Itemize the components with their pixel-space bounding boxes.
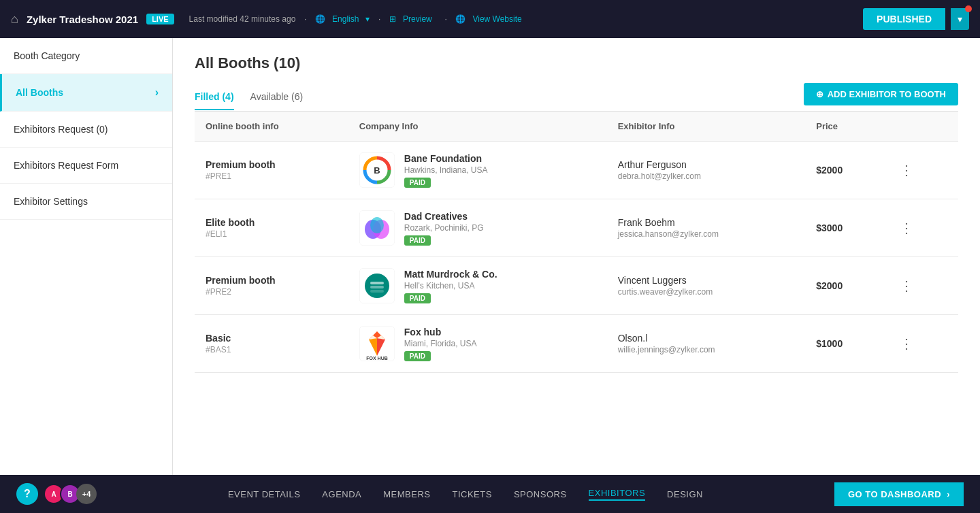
booth-info-cell: Premium booth #PRE1 [195, 142, 348, 199]
sidebar-item-exhibitor-settings[interactable]: Exhibitor Settings [0, 184, 172, 220]
nav-link-event-details[interactable]: EVENT DETAILS [228, 489, 300, 499]
paid-badge: PAID [404, 351, 431, 361]
company-location: Rozark, Pochiniki, PG [404, 223, 484, 233]
company-name: Fox hub [404, 327, 477, 337]
paid-badge: PAID [404, 293, 431, 303]
company-info: Fox hub Miami, Florida, USA PAID [404, 327, 477, 361]
price-cell: $2000 [805, 257, 883, 315]
avatars-group: A B +4 [44, 484, 97, 504]
table-row: Premium booth #PRE1 B Bane Foundation Ha… [195, 142, 958, 199]
nav-link-sponsors[interactable]: SPONSORS [514, 489, 567, 499]
booth-id: #BAS1 [206, 345, 338, 354]
help-button[interactable]: ? [16, 483, 38, 505]
header-right: PUBLISHED ▾ [863, 8, 969, 30]
exhibitor-name: Frank Boehm [618, 217, 795, 228]
nav-link-tickets[interactable]: TICKETS [453, 489, 492, 499]
booth-price: $2000 [816, 280, 843, 291]
sidebar-item-exhibitors-request-form[interactable]: Exhibitors Request Form [0, 148, 172, 184]
plus-icon: ⊕ [816, 89, 823, 99]
dashboard-button[interactable]: GO TO DASHBOARD › [834, 482, 964, 506]
sidebar-item-booth-category[interactable]: Booth Category [0, 38, 172, 74]
company-logo: B [359, 152, 395, 188]
page-title: All Booths (10) [195, 54, 958, 72]
actions-cell: ⋮ [883, 142, 958, 199]
nav-link-agenda[interactable]: AGENDA [322, 489, 361, 499]
company-logo [359, 210, 395, 246]
bottom-left: ? A B +4 [16, 483, 97, 505]
table-row: Premium booth #PRE2 Matt Murdrock & Co. … [195, 257, 958, 315]
exhibitor-email: curtis.weaver@zylker.com [618, 287, 795, 297]
price-cell: $3000 [805, 199, 883, 257]
notification-dot [965, 5, 972, 12]
booth-name: Premium booth [206, 159, 338, 170]
nav-link-exhibitors[interactable]: EXHIBITORS [589, 488, 646, 501]
col-header-exhibitor-info: Exhibitor Info [607, 112, 806, 142]
bottom-nav-links: EVENT DETAILS AGENDA MEMBERS TICKETS SPO… [228, 488, 703, 501]
language-selector[interactable]: 🌐 English ▾ [315, 14, 370, 24]
exhibitor-name: Arthur Ferguson [618, 159, 795, 170]
exhibitor-info-cell: Arthur Ferguson debra.holt@zylker.com [607, 142, 806, 199]
company-info-cell: FOX HUB Fox hub Miami, Florida, USA PAID [348, 315, 607, 373]
sidebar: Booth Category All Booths › Exhibitors R… [0, 38, 173, 475]
header-meta: Last modified 42 minutes ago · 🌐 English… [185, 14, 530, 24]
col-header-online-booth-info: Online booth info [195, 112, 348, 142]
view-website-link[interactable]: 🌐 View Website [455, 14, 525, 24]
sidebar-item-label: Booth Category [14, 50, 80, 61]
company-name: Dad Creatives [404, 211, 484, 222]
booth-info-cell: Basic #BAS1 [195, 315, 348, 373]
sidebar-item-label: Exhibitor Settings [14, 196, 88, 207]
booth-price: $2000 [816, 165, 843, 176]
company-info: Dad Creatives Rozark, Pochiniki, PG PAID [404, 211, 484, 246]
company-location: Hawkins, Indiana, USA [404, 165, 488, 175]
col-header-price: Price [805, 112, 883, 142]
main-layout: Booth Category All Booths › Exhibitors R… [0, 38, 980, 475]
booth-name: Elite booth [206, 217, 338, 228]
svg-point-7 [370, 217, 384, 233]
exhibitor-info-cell: Frank Boehm jessica.hanson@zylker.com [607, 199, 806, 257]
svg-rect-11 [370, 286, 384, 288]
more-options-button[interactable]: ⋮ [894, 217, 919, 239]
tab-filled[interactable]: Filled (4) [195, 84, 234, 110]
booth-name: Premium booth [206, 275, 338, 286]
content-area: All Booths (10) Filled (4) Available (6)… [173, 38, 980, 475]
home-icon[interactable]: ⌂ [11, 12, 18, 27]
exhibitor-info-cell: Vincent Luggers curtis.weaver@zylker.com [607, 257, 806, 315]
sidebar-item-exhibitors-request[interactable]: Exhibitors Request (0) [0, 112, 172, 148]
svg-rect-12 [370, 290, 384, 293]
exhibitor-email: debra.holt@zylker.com [618, 171, 795, 181]
nav-link-members[interactable]: MEMBERS [383, 489, 430, 499]
event-title: Zylker Tradeshow 2021 [27, 14, 138, 25]
sidebar-item-label: Exhibitors Request Form [14, 160, 118, 171]
more-options-button[interactable]: ⋮ [894, 159, 919, 181]
arrow-right-icon: › [947, 489, 950, 499]
paid-badge: PAID [404, 235, 431, 246]
published-button[interactable]: PUBLISHED [863, 8, 945, 30]
bottom-nav: ? A B +4 EVENT DETAILS AGENDA MEMBERS TI… [0, 475, 980, 513]
published-chevron-button[interactable]: ▾ [951, 8, 969, 30]
booth-id: #PRE1 [206, 171, 338, 181]
more-options-button[interactable]: ⋮ [894, 275, 919, 297]
exhibitor-email: willie.jennings@zylker.com [618, 345, 795, 354]
more-options-button[interactable]: ⋮ [894, 333, 919, 354]
nav-link-design[interactable]: DESIGN [667, 489, 703, 499]
table-row: Basic #BAS1 FOX HUB Fox hub Miami, Flori… [195, 315, 958, 373]
company-logo [359, 268, 395, 303]
chevron-right-icon: › [155, 86, 159, 99]
booth-id: #PRE2 [206, 287, 338, 297]
booth-info-cell: Premium booth #PRE2 [195, 257, 348, 315]
add-exhibitor-button[interactable]: ⊕ ADD EXHIBITOR TO BOOTH [804, 83, 958, 105]
preview-link[interactable]: ⊞ Preview [389, 14, 436, 24]
actions-cell: ⋮ [883, 199, 958, 257]
svg-text:B: B [374, 165, 380, 176]
sidebar-item-all-booths[interactable]: All Booths › [0, 74, 172, 112]
actions-cell: ⋮ [883, 315, 958, 373]
company-info: Matt Murdrock & Co. Hell's Kitchen, USA … [404, 269, 497, 303]
company-name: Matt Murdrock & Co. [404, 269, 497, 280]
company-logo: FOX HUB [359, 326, 395, 361]
company-location: Hell's Kitchen, USA [404, 281, 497, 291]
booth-price: $3000 [816, 222, 843, 233]
sidebar-item-label: All Booths [16, 87, 63, 98]
booth-table: Online booth info Company Info Exhibitor… [195, 112, 958, 373]
tab-available[interactable]: Available (6) [250, 84, 304, 110]
booth-id: #ELI1 [206, 229, 338, 239]
